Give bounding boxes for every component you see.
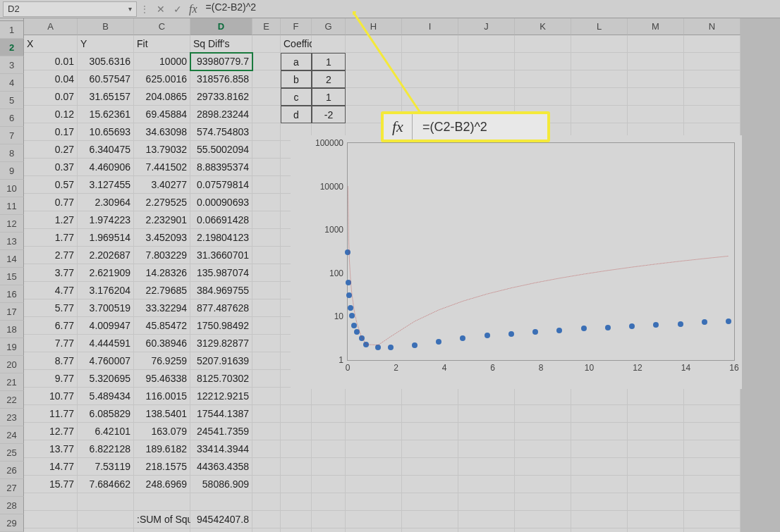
cell[interactable]: 2.232901: [134, 211, 190, 229]
cell[interactable]: 189.6182: [134, 440, 190, 458]
cell[interactable]: 10.65693: [78, 123, 134, 141]
cell[interactable]: [281, 511, 312, 528]
cell[interactable]: [252, 370, 281, 388]
cell[interactable]: 6.340475: [78, 141, 134, 159]
cell[interactable]: [252, 159, 281, 176]
cell[interactable]: [628, 35, 684, 53]
cell[interactable]: [402, 528, 458, 532]
cell[interactable]: [312, 35, 346, 53]
cell[interactable]: 0.01: [24, 53, 78, 70]
fx-icon[interactable]: fx: [189, 3, 197, 16]
cell[interactable]: 3.40277: [134, 176, 190, 194]
cell[interactable]: [458, 70, 515, 88]
row-header[interactable]: 14: [0, 250, 24, 268]
cell[interactable]: b: [281, 70, 312, 88]
cell[interactable]: 3.452093: [134, 229, 190, 247]
cell[interactable]: 3.176204: [78, 282, 134, 299]
cell[interactable]: [252, 352, 281, 370]
cell[interactable]: 1: [312, 53, 346, 70]
cell[interactable]: [628, 53, 684, 70]
row-header[interactable]: 11: [0, 197, 24, 215]
cell[interactable]: [312, 388, 346, 405]
row-header[interactable]: 22: [0, 391, 24, 409]
cell[interactable]: 625.0016: [134, 70, 190, 88]
row-header[interactable]: 19: [0, 338, 24, 356]
cell[interactable]: [252, 388, 281, 405]
cell[interactable]: [312, 440, 346, 458]
cell[interactable]: 4.444591: [78, 335, 134, 352]
row-header[interactable]: 16: [0, 285, 24, 303]
cell[interactable]: 33.32294: [134, 299, 190, 317]
cell[interactable]: 138.5401: [134, 405, 190, 423]
cell[interactable]: [78, 528, 134, 532]
cell[interactable]: 218.1575: [134, 458, 190, 476]
cell[interactable]: 3.127455: [78, 176, 134, 194]
cell[interactable]: [684, 88, 741, 106]
cell[interactable]: 248.6969: [134, 476, 190, 493]
cell[interactable]: [346, 53, 402, 70]
cell[interactable]: 31.65157: [78, 88, 134, 106]
cell[interactable]: 76.9259: [134, 352, 190, 370]
cell[interactable]: [515, 458, 571, 476]
cell[interactable]: 29733.8162: [190, 88, 252, 106]
cell[interactable]: 204.0865: [134, 88, 190, 106]
cell[interactable]: [402, 440, 458, 458]
cell[interactable]: 2.77: [24, 247, 78, 264]
column-header[interactable]: F: [281, 18, 312, 35]
cell[interactable]: 4.460906: [78, 159, 134, 176]
cell[interactable]: [24, 528, 78, 532]
cell[interactable]: 2.30964: [78, 194, 134, 211]
cell[interactable]: [312, 493, 346, 511]
cell[interactable]: 60.57547: [78, 70, 134, 88]
row-header[interactable]: 7: [0, 127, 24, 144]
column-header[interactable]: E: [252, 18, 281, 35]
cell[interactable]: [458, 528, 515, 532]
cell[interactable]: 13.79032: [134, 141, 190, 159]
chart[interactable]: 1101001000100001000000246810121416: [291, 135, 742, 389]
cell[interactable]: 0.17: [24, 123, 78, 141]
cell[interactable]: [281, 476, 312, 493]
cell[interactable]: [684, 458, 741, 476]
cell[interactable]: [402, 493, 458, 511]
cell[interactable]: [252, 511, 281, 528]
cell[interactable]: [252, 405, 281, 423]
cell[interactable]: 22.79685: [134, 282, 190, 299]
cell[interactable]: [571, 70, 628, 88]
cell[interactable]: [402, 476, 458, 493]
cell[interactable]: -2: [312, 106, 346, 123]
column-header[interactable]: B: [78, 18, 134, 35]
cell[interactable]: 8.77: [24, 352, 78, 370]
cell[interactable]: [515, 405, 571, 423]
cell[interactable]: [628, 388, 684, 405]
cell[interactable]: 1.27: [24, 211, 78, 229]
cell[interactable]: [346, 511, 402, 528]
cell[interactable]: [684, 53, 741, 70]
cell[interactable]: 6.77: [24, 317, 78, 335]
cell[interactable]: 58086.909: [190, 476, 252, 493]
cell[interactable]: [252, 194, 281, 211]
cell[interactable]: [628, 476, 684, 493]
cell[interactable]: [571, 35, 628, 53]
cell[interactable]: [312, 458, 346, 476]
column-header[interactable]: I: [402, 18, 458, 35]
cell[interactable]: [402, 88, 458, 106]
row-header[interactable]: 15: [0, 268, 24, 285]
cell[interactable]: [252, 335, 281, 352]
cell[interactable]: [684, 476, 741, 493]
cell[interactable]: 0.06691428: [190, 211, 252, 229]
column-header[interactable]: G: [312, 18, 346, 35]
cell[interactable]: 8.88395374: [190, 159, 252, 176]
cell[interactable]: [78, 511, 134, 528]
cell[interactable]: 55.5002094: [190, 141, 252, 159]
cell[interactable]: [346, 440, 402, 458]
cell[interactable]: 6.822128: [78, 440, 134, 458]
cell[interactable]: SUM of Squares:: [134, 511, 190, 528]
cell[interactable]: [684, 70, 741, 88]
cell[interactable]: [190, 493, 252, 511]
column-header[interactable]: K: [515, 18, 571, 35]
cell[interactable]: 95.46338: [134, 370, 190, 388]
cell[interactable]: [312, 528, 346, 532]
cell[interactable]: 15.62361: [78, 106, 134, 123]
cell[interactable]: 34.63098: [134, 123, 190, 141]
cell[interactable]: [134, 493, 190, 511]
